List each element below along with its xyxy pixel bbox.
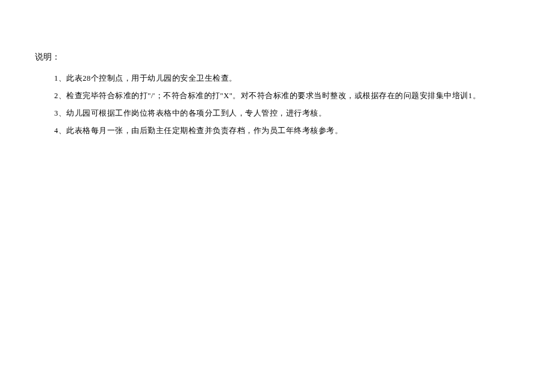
list-item: 3、幼儿园可根据工作岗位将表格中的各项分工到人，专人管控，进行考核。 <box>54 107 554 119</box>
instruction-list: 1、此表28个控制点，用于幼儿园的安全卫生检查。 2、检查完毕符合标准的打"/'… <box>35 72 554 137</box>
list-item: 2、检查完毕符合标准的打"/'；不符合标准的打"X"。对不符合标准的要求当时整改… <box>54 90 554 102</box>
list-item: 1、此表28个控制点，用于幼儿园的安全卫生检查。 <box>54 72 554 84</box>
section-title: 说明： <box>35 51 554 64</box>
list-item: 4、此表格每月一张，由后勤主任定期检查并负责存档，作为员工年终考核参考。 <box>54 125 554 137</box>
